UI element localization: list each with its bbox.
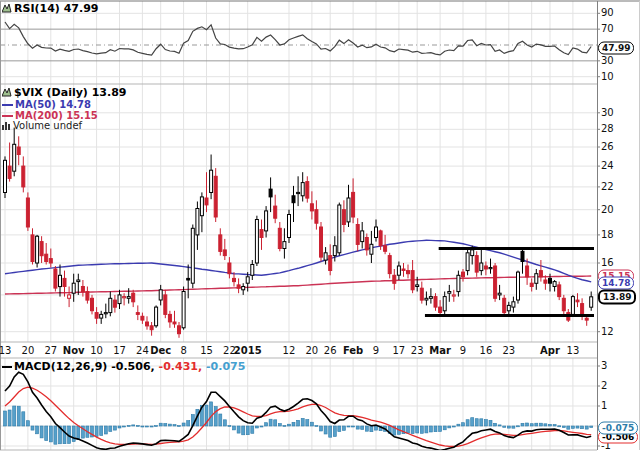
- ma50-legend-label: MA(50) 14.78: [15, 99, 91, 110]
- volume-bars-icon: [2, 121, 11, 132]
- rsi-tick-label: 90: [601, 7, 614, 18]
- macd-legend: MACD(12,26,9) -0.506, -0.431, -0.075: [2, 360, 245, 373]
- price-tick-label: 26: [601, 141, 614, 152]
- macd-legend-label: MACD(12,26,9): [14, 360, 107, 373]
- macd-hist-badge: -0.075: [598, 422, 638, 435]
- volume-legend: Volume undef: [2, 120, 82, 132]
- price-tick-label: 24: [601, 160, 614, 171]
- rsi-legend-label: RSI(14) 47.99: [14, 2, 98, 15]
- stock-chart: RSI(14) 47.99 $VIX (Daily) 13.89 MA(50) …: [0, 0, 640, 454]
- price-tick-label: 18: [601, 229, 614, 240]
- date-tick-label: 2015: [231, 345, 265, 356]
- area-chart-icon: [2, 3, 12, 16]
- last-price-badge: 13.89: [598, 290, 636, 305]
- ma50-legend: MA(50) 14.78: [2, 99, 91, 110]
- chart-canvas[interactable]: [0, 0, 640, 454]
- price-tick-label: 12: [601, 326, 614, 337]
- macd-signal-value: -0.431,: [159, 360, 203, 373]
- rsi-tick-label: 70: [601, 23, 614, 34]
- ma50-swatch: [2, 104, 13, 106]
- price-tick-label: 28: [601, 123, 614, 134]
- price-tick-label: 20: [601, 204, 614, 215]
- macd-hist-value: -0.075: [206, 360, 245, 373]
- macd-tick-label: 1: [601, 400, 607, 411]
- macd-swatch: [2, 366, 12, 368]
- price-tick-label: 16: [601, 257, 614, 268]
- macd-tick-label: 2: [601, 380, 607, 391]
- rsi-legend: RSI(14) 47.99: [2, 2, 98, 16]
- volume-legend-label: Volume undef: [13, 120, 82, 131]
- macd-tick-label: 3: [601, 360, 607, 371]
- price-tick-label: 30: [601, 107, 614, 118]
- rsi-tick-label: 10: [601, 71, 614, 82]
- rsi-marker-badge: 47.99: [598, 42, 634, 55]
- ma200-swatch: [2, 115, 13, 117]
- rsi-tick-label: 30: [601, 55, 614, 66]
- macd-value: -0.506,: [111, 360, 155, 373]
- date-tick-label: 23: [492, 345, 526, 356]
- date-tick-label: 13: [556, 345, 590, 356]
- symbol-legend-label: $VIX (Daily) 13.89: [14, 86, 127, 99]
- ma50-marker-badge: 14.78: [598, 277, 634, 290]
- price-tick-label: 22: [601, 181, 614, 192]
- symbol-legend: $VIX (Daily) 13.89: [2, 86, 127, 100]
